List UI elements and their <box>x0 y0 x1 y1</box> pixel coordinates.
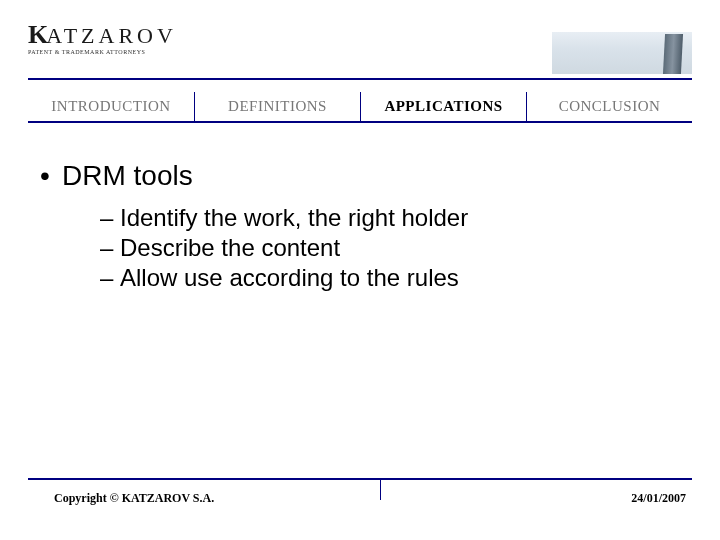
tab-conclusion[interactable]: CONCLUSION <box>526 92 692 123</box>
sub-item: Describe the content <box>100 234 680 262</box>
logo-text: KATZAROV <box>28 22 177 48</box>
content: DRM tools Identify the work, the right h… <box>40 160 680 294</box>
nav-tabs: INTRODUCTION DEFINITIONS APPLICATIONS CO… <box>28 92 692 123</box>
bullet-main: DRM tools <box>40 160 680 192</box>
date-text: 24/01/2007 <box>631 491 686 506</box>
tab-applications[interactable]: APPLICATIONS <box>360 92 526 123</box>
header-image <box>552 32 692 74</box>
footer-divider <box>28 478 692 480</box>
logo: KATZAROV PATENT & TRADEMARK ATTORNEYS <box>28 22 177 55</box>
copyright-text: Copyright © KATZAROV S.A. <box>54 491 214 506</box>
header-divider <box>28 78 692 80</box>
slide: KATZAROV PATENT & TRADEMARK ATTORNEYS IN… <box>0 0 720 540</box>
footer: Copyright © KATZAROV S.A. 24/01/2007 <box>54 491 686 506</box>
tab-introduction[interactable]: INTRODUCTION <box>28 92 194 123</box>
tab-definitions[interactable]: DEFINITIONS <box>194 92 360 123</box>
building-icon <box>663 34 683 74</box>
logo-rest: ATZAROV <box>46 23 177 48</box>
header: KATZAROV PATENT & TRADEMARK ATTORNEYS <box>28 22 692 74</box>
logo-subtitle: PATENT & TRADEMARK ATTORNEYS <box>28 49 177 55</box>
sub-item: Identify the work, the right holder <box>100 204 680 232</box>
sub-item: Allow use according to the rules <box>100 264 680 292</box>
